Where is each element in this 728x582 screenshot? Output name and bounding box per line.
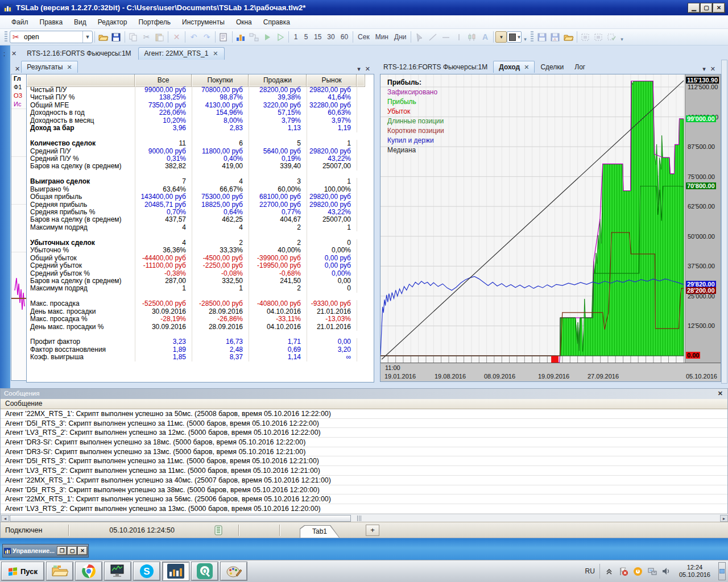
doc-tab-0[interactable]: RTS-12.16:FORTS Фьючерсы:1М (21, 48, 136, 60)
folder-open-icon[interactable] (562, 31, 575, 44)
result-row-label: Средний убыток (27, 262, 135, 269)
interval-button-5[interactable]: 5 (301, 31, 311, 43)
menu-item-0[interactable]: Файл (6, 16, 34, 28)
toolbar-overflow-icon[interactable]: ▾ (618, 31, 625, 43)
taskbar-app-paint[interactable] (221, 562, 247, 580)
taskbar-app-tslab[interactable] (163, 562, 189, 580)
message-row-2[interactable]: Агент 'LV3_RTS_2': Скрипт выполнен успеш… (1, 428, 727, 438)
taskbar-app-chrome[interactable] (76, 562, 102, 580)
show-desktop-button[interactable] (718, 562, 726, 580)
message-row-6[interactable]: Агент 'LV3_RTS_2': Скрипт выполнен успеш… (1, 466, 727, 476)
script-icon[interactable] (217, 31, 230, 44)
doc-tab-1-close-icon[interactable]: ✕ (213, 50, 218, 57)
float-restore-button[interactable]: ❒ (57, 547, 67, 555)
messages-hscrollbar[interactable]: ◄ ► (1, 514, 728, 522)
tab-close-icon[interactable]: ✕ (524, 64, 529, 70)
message-row-5[interactable]: Агент 'D5I_RTS_3': Скрипт выполнен успеш… (1, 456, 727, 466)
taskbar-app-quik[interactable]: Q (192, 562, 218, 580)
color-swatch-button[interactable]: ▼ (507, 31, 522, 43)
interval-button-1[interactable]: 1 (291, 31, 301, 43)
messages-close-icon[interactable]: ✕ (718, 390, 723, 397)
tab-Доход[interactable]: Доход✕ (493, 61, 535, 73)
clock[interactable]: 12:24 05.10.2016 (676, 564, 714, 579)
workspace-tab1[interactable]: Tab1 (300, 525, 340, 538)
dock-pin-icon[interactable]: ; ✕ (3, 50, 19, 57)
maximize-button[interactable]: ▢ (701, 3, 712, 13)
result-value: -52500,00 руб (135, 300, 192, 307)
messages-column-header[interactable]: Сообщение (1, 399, 727, 409)
tab-results[interactable]: Результаты✕ (21, 61, 77, 73)
chart-icon[interactable] (234, 31, 247, 44)
left-panel-close-icon[interactable]: ✕ (15, 65, 20, 73)
folder-open-icon[interactable] (97, 31, 110, 44)
toolbar-overflow-icon[interactable]: ▾ (522, 31, 528, 43)
network-icon[interactable] (647, 567, 657, 576)
message-row-3[interactable]: Агент 'DR3-Si': Скрипт выполнен успешно … (1, 438, 727, 447)
agent-combo[interactable]: ✂open▼ (10, 31, 93, 43)
float-maximize-button[interactable]: ▢ (68, 547, 77, 555)
interval-button-30[interactable]: 30 (324, 31, 337, 43)
message-row-0[interactable]: Агент '22MX_RTS_1': Скрипт выполнен успе… (1, 409, 727, 419)
left-panel-menu-icon[interactable]: ▾ (357, 65, 361, 73)
interval-button-Сек[interactable]: Сек (355, 31, 373, 43)
message-row-8[interactable]: Агент 'D5I_RTS_3': Скрипт выполнен успеш… (1, 485, 727, 495)
menu-item-2[interactable]: Вид (68, 16, 92, 28)
left-panel-close2-icon[interactable]: ✕ (365, 65, 370, 73)
floating-window-management[interactable]: Управление... ❒ ▢ ✕ (2, 544, 89, 558)
clipped-chart-window[interactable]: ГлФ1ОЗИс (11, 74, 26, 381)
quik-tray-icon[interactable] (633, 567, 643, 576)
right-panel-menu-icon[interactable]: ▾ (702, 65, 706, 73)
message-row-9[interactable]: Агент '22MX_RTS_1': Скрипт выполнен успе… (1, 494, 727, 504)
results-header-0[interactable]: Все (135, 74, 192, 86)
menu-item-7[interactable]: Справка (258, 16, 296, 28)
right-panel-close-icon[interactable]: ✕ (710, 65, 715, 73)
scroll-thumb[interactable] (10, 515, 351, 522)
log-book-icon[interactable] (214, 525, 222, 535)
interval-button-15[interactable]: 15 (311, 31, 324, 43)
interval-button-Дни[interactable]: Дни (391, 31, 409, 43)
menu-item-1[interactable]: Правка (34, 16, 69, 28)
right-panel-scrollbar[interactable] (721, 60, 727, 384)
message-row-10[interactable]: Агент 'LV3_RTS_2': Скрипт выполнен успеш… (1, 504, 727, 514)
messages-caption-label: Сообщения (4, 390, 39, 397)
hidden-icons-chevron-icon[interactable] (605, 567, 614, 576)
tab-RTS-12.16:FORTS Фьючерсы:1М[interactable]: RTS-12.16:FORTS Фьючерсы:1М (378, 61, 493, 73)
result-value: 3 (249, 178, 307, 185)
menu-item-4[interactable]: Портфель (133, 16, 176, 28)
menu-item-6[interactable]: Окна (230, 16, 258, 28)
interval-button-Мин[interactable]: Мин (373, 31, 391, 43)
tab-Лог[interactable]: Лог (569, 61, 590, 73)
save-icon[interactable] (110, 31, 123, 44)
message-row-7[interactable]: Агент '22MX_RTS_1': Скрипт выполнен успе… (1, 476, 727, 485)
volume-icon[interactable] (661, 567, 671, 576)
splitter-grip[interactable] (357, 516, 361, 521)
message-row-4[interactable]: Агент 'DR3-Si': Скрипт выполнен успешно … (1, 447, 727, 457)
scroll-right-icon[interactable]: ► (720, 515, 728, 522)
style-dropdown-button[interactable]: ▼ (495, 31, 507, 43)
status-datetime: 05.10.2016 12:24:50 (109, 526, 175, 534)
taskbar-app-skype[interactable]: S (134, 562, 160, 580)
start-button[interactable]: Пуск (2, 562, 44, 580)
add-workspace-tab-button[interactable]: + (366, 525, 379, 536)
taskbar-app-monitor[interactable] (105, 562, 131, 580)
taskbar-app-explorer[interactable] (47, 562, 73, 580)
tab-results-close-icon[interactable]: ✕ (67, 64, 72, 70)
doc-tab-1[interactable]: Агент: 22MX_RTS_1✕ (138, 47, 225, 60)
agent-combo-caret-icon[interactable]: ▼ (82, 31, 92, 43)
results-header-2[interactable]: Продажи (249, 74, 307, 86)
interval-button-60[interactable]: 60 (338, 31, 351, 43)
float-close-button[interactable]: ✕ (78, 547, 87, 555)
minimize-button[interactable]: ▁ (688, 3, 700, 13)
close-button[interactable]: ✕ (713, 3, 725, 13)
message-row-1[interactable]: Агент 'D5I_RTS_3': Скрипт выполнен успеш… (1, 419, 727, 429)
result-value: 36,36% (135, 247, 192, 254)
menu-item-3[interactable]: Редактор (92, 16, 133, 28)
menu-item-5[interactable]: Инструменты (176, 16, 230, 28)
cut-icon: ✂ (140, 31, 153, 44)
action-center-flag-icon[interactable] (619, 567, 628, 576)
results-header-1[interactable]: Покупки (192, 74, 249, 86)
language-indicator[interactable]: RU (585, 567, 595, 575)
results-header-3[interactable]: Рынок (307, 74, 357, 86)
scroll-left-icon[interactable]: ◄ (1, 515, 9, 522)
tab-Сделки[interactable]: Сделки (535, 61, 569, 73)
